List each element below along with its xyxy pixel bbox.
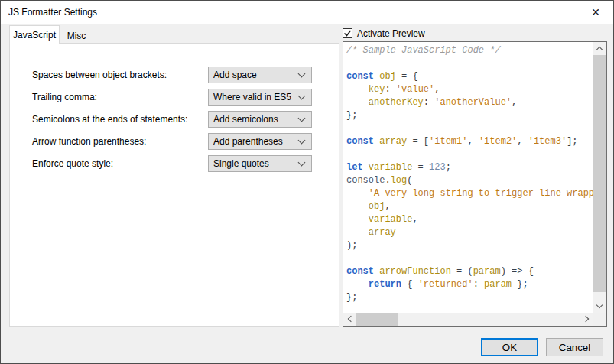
settings-tab-page: Spaces between object brackets: Add spac… (9, 43, 339, 327)
code-token: /* Sample JavaScript Code */ (346, 45, 501, 56)
ok-button[interactable]: OK (481, 338, 538, 356)
code-token (346, 97, 369, 108)
code-token: 'value' (396, 84, 434, 95)
code-token (346, 188, 369, 199)
close-button[interactable]: ✕ (578, 1, 613, 24)
chevron-up-icon (596, 47, 603, 53)
chevron-down-icon (298, 115, 306, 122)
code-token: = (412, 162, 429, 173)
code-token: ( (407, 175, 412, 186)
code-token: 'item1' (429, 136, 467, 147)
code-token: array (379, 136, 407, 147)
code-line: }; (346, 291, 593, 304)
trailing-comma-dropdown-value: Where valid in ES5 (213, 92, 291, 102)
code-token: variable (369, 162, 413, 173)
code-token: anotherKey (369, 97, 424, 108)
scroll-left-button[interactable] (343, 313, 356, 326)
semicolons-dropdown[interactable]: Add semicolons (208, 111, 312, 128)
form-row-arrow-parens: Arrow function parentheses: Add parenthe… (10, 133, 339, 150)
code-line (346, 252, 593, 265)
code-line: anotherKey: 'anotherValue', (346, 96, 593, 109)
code-token: return (369, 279, 401, 290)
code-line: let variable = 123; (346, 161, 593, 174)
trailing-comma-label: Trailing comma: (32, 89, 97, 106)
activate-preview-label: Activate Preview (357, 28, 425, 39)
code-token (346, 214, 369, 225)
semicolons-dropdown-value: Add semicolons (213, 114, 278, 125)
code-token: let (346, 162, 363, 173)
code-line: variable, (346, 213, 593, 226)
code-token: param (484, 279, 512, 290)
close-icon: ✕ (591, 6, 600, 18)
arrow-parens-dropdown[interactable]: Add parentheses (208, 133, 312, 150)
quote-style-label: Enforce quote style: (32, 155, 113, 172)
code-token (346, 227, 369, 238)
scroll-down-button[interactable] (593, 300, 606, 313)
code-token: . (385, 175, 390, 186)
code-preview-box: /* Sample JavaScript Code */ const obj =… (343, 41, 607, 327)
code-line (346, 57, 593, 70)
chevron-down-icon (298, 70, 306, 78)
chevron-down-icon (596, 302, 603, 308)
code-token: 'item3' (528, 136, 567, 147)
tab-misc[interactable]: Misc (60, 28, 93, 43)
code-token: key (369, 84, 385, 95)
code-token: }; (346, 292, 357, 303)
code-token: const (346, 71, 374, 82)
chevron-down-icon (298, 93, 306, 100)
scroll-right-button[interactable] (580, 313, 593, 326)
tab-javascript[interactable]: JavaScript (9, 25, 60, 44)
trailing-comma-dropdown[interactable]: Where valid in ES5 (208, 89, 312, 106)
code-token: , (512, 97, 517, 108)
code-token: , (385, 201, 390, 212)
code-token: 'A very long string to trigger line wrap… (369, 188, 593, 199)
code-token: const (346, 136, 374, 147)
code-line: key: 'value', (346, 83, 593, 96)
cancel-button[interactable]: Cancel (546, 338, 603, 356)
code-token: obj (369, 201, 385, 212)
code-line: /* Sample JavaScript Code */ (346, 44, 593, 57)
code-token: : (424, 97, 434, 108)
code-token: ) => { (501, 266, 534, 277)
code-token: 'item2' (479, 136, 517, 147)
vertical-scrollbar-thumb[interactable] (593, 55, 606, 292)
quote-style-dropdown[interactable]: Single quotes (208, 155, 312, 172)
code-line (346, 122, 593, 135)
code-token (363, 162, 369, 173)
code-token: : (473, 279, 484, 290)
code-token: , (467, 136, 478, 147)
code-token: , (434, 84, 440, 95)
code-token: obj (379, 71, 396, 82)
code-line: const array = ['item1', 'item2', 'item3'… (346, 135, 593, 148)
code-line: console.log( (346, 174, 593, 187)
code-token (346, 84, 369, 95)
code-line: array (346, 226, 593, 239)
code-token: , (412, 214, 417, 225)
code-token: = ( (451, 266, 473, 277)
chevron-left-icon (348, 316, 354, 322)
quote-style-dropdown-value: Single quotes (213, 158, 269, 169)
code-token: 'anotherValue' (434, 97, 512, 108)
code-preview: /* Sample JavaScript Code */ const obj =… (343, 42, 593, 313)
vertical-scrollbar[interactable] (593, 42, 606, 313)
code-token: { (401, 279, 418, 290)
form-row-trailing-comma: Trailing comma: Where valid in ES5 (10, 89, 339, 106)
code-token: ]; (567, 136, 577, 147)
chevron-down-icon (298, 137, 306, 145)
semicolons-label: Semicolons at the ends of statements: (32, 111, 187, 128)
code-line: return { 'returned': param }; (346, 278, 593, 291)
code-token: = [ (407, 136, 429, 147)
code-token: }; (512, 279, 528, 290)
chevron-down-icon (298, 159, 306, 167)
titlebar: JS Formatter Settings ✕ (1, 1, 613, 24)
spaces-dropdown[interactable]: Add space (208, 67, 312, 83)
tab-label: Misc (67, 31, 86, 41)
scroll-up-button[interactable] (593, 42, 606, 55)
code-token: const (346, 266, 374, 277)
horizontal-scrollbar[interactable] (343, 313, 593, 326)
horizontal-scrollbar-thumb[interactable] (356, 313, 398, 326)
code-line: 'A very long string to trigger line wrap… (346, 187, 593, 200)
code-token: console (346, 175, 385, 186)
window-title: JS Formatter Settings (8, 7, 97, 18)
code-token: variable (369, 214, 413, 225)
